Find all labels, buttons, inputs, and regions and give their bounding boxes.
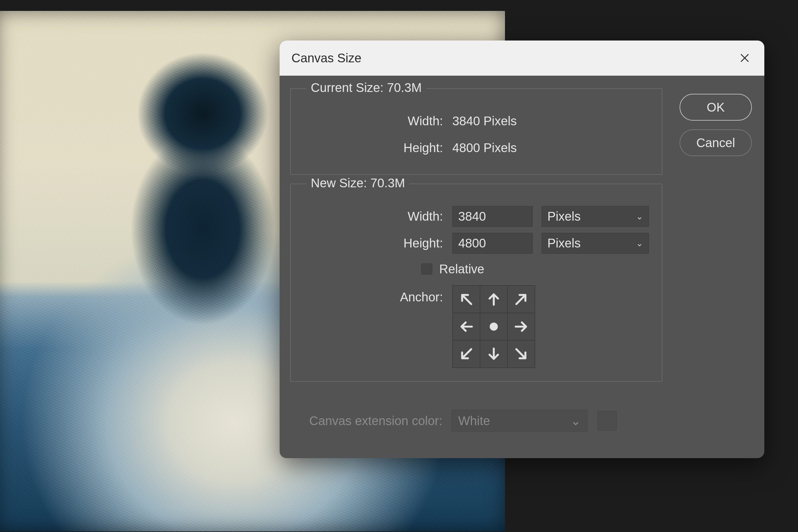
dialog-titlebar: Canvas Size [280, 40, 764, 76]
extension-color-row: Canvas extension color: White ⌄ [290, 391, 662, 432]
current-size-group: Current Size: 70.3M Width: 3840 Pixels H… [290, 88, 662, 175]
current-size-legend: Current Size: 70.3M [306, 81, 426, 95]
arrow-up-icon [486, 291, 502, 307]
dialog-right-column: OK Cancel [680, 88, 752, 432]
anchor-bottom[interactable] [480, 340, 508, 368]
new-size-legend: New Size: 70.3M [306, 176, 409, 190]
new-height-row: Height: Pixels ⌄ [303, 230, 649, 256]
anchor-row: Anchor: [303, 281, 649, 368]
anchor-bottom-right[interactable] [508, 340, 535, 368]
new-width-row: Width: Pixels ⌄ [303, 203, 649, 230]
current-height-value: 4800 Pixels [452, 141, 517, 155]
ok-button[interactable]: OK [680, 94, 752, 120]
anchor-top[interactable] [480, 285, 508, 313]
anchor-top-left[interactable] [453, 285, 480, 313]
dialog-left-column: Current Size: 70.3M Width: 3840 Pixels H… [290, 88, 662, 432]
anchor-right[interactable] [508, 313, 535, 340]
arrow-down-icon [486, 346, 502, 362]
new-height-unit-value: Pixels [547, 236, 581, 250]
new-size-legend-prefix: New Size: [311, 176, 370, 190]
new-height-unit-select[interactable]: Pixels ⌄ [542, 233, 649, 254]
new-height-input[interactable] [452, 233, 533, 254]
current-size-value: 70.3M [387, 81, 422, 94]
arrow-right-icon [513, 319, 529, 335]
new-size-value: 70.3M [370, 176, 405, 190]
anchor-label: Anchor: [303, 285, 452, 304]
anchor-grid [452, 285, 535, 368]
current-size-legend-prefix: Current Size: [311, 81, 387, 94]
chevron-down-icon: ⌄ [636, 238, 643, 248]
extension-color-label: Canvas extension color: [303, 414, 452, 428]
close-button[interactable] [737, 50, 753, 66]
current-height-label: Height: [303, 141, 452, 155]
new-width-unit-value: Pixels [547, 209, 581, 224]
new-width-input[interactable] [452, 206, 533, 227]
current-width-row: Width: 3840 Pixels [303, 108, 649, 134]
new-width-label: Width: [303, 209, 452, 224]
canvas-size-dialog: Canvas Size Current Size: 70.3M Width: 3 [280, 40, 764, 458]
extension-color-swatch [597, 411, 617, 431]
anchor-top-right[interactable] [508, 285, 535, 313]
anchor-center[interactable] [480, 313, 508, 340]
anchor-left[interactable] [453, 313, 480, 340]
dialog-title: Canvas Size [291, 51, 362, 65]
current-height-row: Height: 4800 Pixels [303, 134, 649, 161]
anchor-bottom-left[interactable] [453, 340, 480, 368]
current-width-label: Width: [303, 114, 452, 128]
new-height-label: Height: [303, 236, 452, 250]
arrow-down-right-icon [513, 346, 529, 362]
current-width-value: 3840 Pixels [452, 114, 517, 128]
extension-color-value: White [458, 414, 490, 428]
dialog-body: Current Size: 70.3M Width: 3840 Pixels H… [280, 76, 764, 444]
close-icon [740, 53, 750, 63]
chevron-down-icon: ⌄ [570, 414, 581, 428]
relative-row: Relative [303, 256, 649, 281]
arrow-down-left-icon [458, 346, 474, 362]
relative-label: Relative [439, 262, 484, 276]
cancel-button[interactable]: Cancel [680, 129, 752, 156]
anchor-center-dot-icon [490, 323, 498, 331]
new-width-unit-select[interactable]: Pixels ⌄ [542, 206, 649, 227]
arrow-up-left-icon [458, 291, 474, 307]
arrow-up-right-icon [513, 291, 529, 307]
extension-color-select: White ⌄ [452, 410, 588, 432]
chevron-down-icon: ⌄ [636, 211, 643, 222]
new-size-group: New Size: 70.3M Width: Pixels ⌄ Height: [290, 184, 662, 382]
workspace: Canvas Size Current Size: 70.3M Width: 3 [0, 0, 798, 532]
arrow-left-icon [458, 319, 474, 335]
relative-checkbox[interactable] [421, 263, 432, 274]
